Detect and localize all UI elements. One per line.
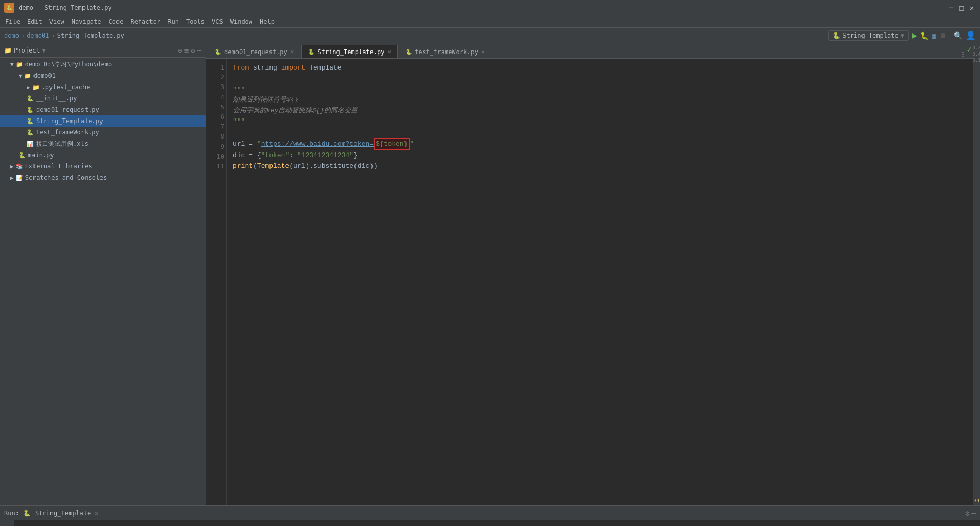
run-content: ▶ ↑ ⚙ ↓ ⏹ 📌 ⇌ 🖨 🗑 "D:\Program Files\pyth… xyxy=(0,520,980,526)
tree-item-main[interactable]: 🐍 main.py xyxy=(0,149,206,161)
expand-icon: ▼ xyxy=(10,61,14,68)
tree-item-demo01[interactable]: ▼ 📁 demo01 xyxy=(0,70,206,81)
folder-icon: 📁 xyxy=(16,61,23,68)
py-icon: 🐍 xyxy=(308,49,314,55)
lib-icon: 📚 xyxy=(16,163,23,170)
py-icon: 🐍 xyxy=(27,107,34,113)
settings-icon[interactable]: ⚙ xyxy=(191,46,195,55)
tab-close-test-framework[interactable]: ✕ xyxy=(481,48,485,55)
expand-icon: ▶ xyxy=(10,163,14,170)
tree-item-ext-libs[interactable]: ▶ 📚 External Libraries xyxy=(0,161,206,172)
window-controls: ─ □ ✕ xyxy=(947,4,976,12)
run-tab-close[interactable]: ✕ xyxy=(95,510,98,517)
tree-label-init: __init__.py xyxy=(36,95,77,102)
toolbar: demo › demo01 › String_Template.py 🐍 Str… xyxy=(0,28,980,43)
breadcrumb-demo[interactable]: demo xyxy=(4,32,19,39)
stop-button[interactable]: ⏹ xyxy=(939,31,947,40)
run-button[interactable]: ▶ xyxy=(912,30,917,40)
maximize-button[interactable]: □ xyxy=(957,4,966,12)
menu-item-navigate[interactable]: Navigate xyxy=(69,17,105,26)
menu-item-tools[interactable]: Tools xyxy=(183,17,208,26)
tree-item-demo[interactable]: ▼ 📁 demo D:\学习\Python\demo xyxy=(0,59,206,70)
menu-item-edit[interactable]: Edit xyxy=(24,17,45,26)
tree-label-demo: demo D:\学习\Python\demo xyxy=(25,60,112,69)
menu-item-view[interactable]: View xyxy=(46,17,67,26)
folder-icon: 📁 xyxy=(4,47,12,54)
project-panel-icons: ⊕ ≡ ⚙ ─ xyxy=(178,46,201,55)
tree-item-demo01-request[interactable]: 🐍 demo01_request.py xyxy=(0,104,206,115)
app-icon: 🐍 xyxy=(4,3,14,13)
tab-string-template[interactable]: 🐍 String_Template.py ✕ xyxy=(301,45,398,58)
run-config-icon: 🐍 xyxy=(833,32,840,39)
line-numbers: 1 2 3 4 5 6 7 8 9 10 11 xyxy=(206,59,227,505)
folder-icon: 📁 xyxy=(24,73,31,79)
toolbar-right: 🐍 String_Template ▼ ▶ 🐛 ▦ ⏹ 🔍 👤 xyxy=(828,30,976,41)
minimize-panel-icon[interactable]: ─ xyxy=(197,46,201,55)
expand-icon: ▶ xyxy=(10,175,14,181)
avatar[interactable]: 👤 xyxy=(966,30,976,40)
project-panel-header: 📁 Project ▼ ⊕ ≡ ⚙ ─ xyxy=(0,43,206,58)
tree-label-xls: 接口测试用例.xls xyxy=(36,140,88,148)
folder-icon: 📁 xyxy=(32,84,40,91)
scratch-icon: 📝 xyxy=(16,175,23,181)
locate-icon[interactable]: ⊕ xyxy=(178,46,182,55)
code-editor[interactable]: from string import Template """ 如果遇到特殊符号… xyxy=(227,59,973,505)
menu-item-code[interactable]: Code xyxy=(106,17,127,26)
tab-demo01-request[interactable]: 🐍 demo01_request.py ✕ xyxy=(208,45,300,58)
menu-item-file[interactable]: File xyxy=(2,17,23,26)
menu-item-run[interactable]: Run xyxy=(164,17,182,26)
tree-label-pytest-cache: .pytest_cache xyxy=(42,83,90,91)
run-settings-icon[interactable]: ⚙ xyxy=(965,509,969,517)
run-config-name: String_Template xyxy=(35,510,91,517)
tree-item-pytest-cache[interactable]: ▶ 📁 .pytest_cache xyxy=(0,81,206,93)
py-icon: 🐍 xyxy=(27,129,34,136)
py-icon: 🐍 xyxy=(19,152,26,159)
tab-bar: 🐍 demo01_request.py ✕ 🐍 String_Template.… xyxy=(206,43,973,59)
project-panel: 📁 Project ▼ ⊕ ≡ ⚙ ─ ▼ 📁 demo D:\学习\Pytho… xyxy=(0,43,206,505)
expand-icon: ▼ xyxy=(19,73,22,79)
menu-item-refactor[interactable]: Refactor xyxy=(127,17,163,26)
tree-label-main: main.py xyxy=(28,151,54,159)
breadcrumb: demo › demo01 › String_Template.py xyxy=(4,32,124,39)
menu-item-help[interactable]: Help xyxy=(257,17,278,26)
menu-item-vcs[interactable]: VCS xyxy=(209,17,226,26)
breadcrumb-demo01[interactable]: demo01 xyxy=(27,32,49,39)
menu-item-window[interactable]: Window xyxy=(227,17,256,26)
tree-item-string-template[interactable]: 🐍 String_Template.py xyxy=(0,115,206,127)
dropdown-icon: ▼ xyxy=(901,32,904,39)
tab-label-test-framework: test_frameWork.py xyxy=(415,48,478,56)
run-minimize-icon[interactable]: ─ xyxy=(972,509,976,517)
bottom-panel: Run: 🐍 String_Template ✕ ⚙ ─ ▶ ↑ ⚙ ↓ ⏹ 📌… xyxy=(0,505,980,526)
tab-close-string-template[interactable]: ✕ xyxy=(388,48,392,55)
tab-test-framework[interactable]: 🐍 test_frameWork.py ✕ xyxy=(399,45,491,58)
tab-close-demo01-request[interactable]: ✕ xyxy=(291,48,294,55)
collapse-icon[interactable]: ≡ xyxy=(184,46,189,55)
close-button[interactable]: ✕ xyxy=(968,4,976,12)
search-button[interactable]: 🔍 xyxy=(954,31,962,40)
menu-bar: FileEditViewNavigateCodeRefactorRunTools… xyxy=(0,15,980,28)
run-panel-header: Run: 🐍 String_Template ✕ ⚙ ─ xyxy=(0,506,980,520)
expand-icon: ▶ xyxy=(27,84,30,91)
tree-item-xls[interactable]: 📊 接口测试用例.xls xyxy=(0,138,206,149)
minimize-button[interactable]: ─ xyxy=(947,4,955,12)
editor-content[interactable]: 1 2 3 4 5 6 7 8 9 10 11 from string impo… xyxy=(206,59,973,505)
debug-button[interactable]: 🐛 xyxy=(920,31,929,40)
tree-item-init[interactable]: 🐍 __init__.py xyxy=(0,93,206,104)
tab-label-demo01-request: demo01_request.py xyxy=(224,48,288,56)
title-bar: 🐍 demo - String_Template.py ─ □ ✕ xyxy=(0,0,980,15)
run-config-name: String_Template xyxy=(842,32,898,39)
run-again-button[interactable]: ▶ xyxy=(2,522,12,526)
tree-label-test-framework: test_frameWork.py xyxy=(36,129,99,136)
run-configuration[interactable]: 🐍 String_Template ▼ xyxy=(828,30,909,41)
coverage-button[interactable]: ▦ xyxy=(932,31,936,40)
tree-item-scratches[interactable]: ▶ 📝 Scratches and Consoles xyxy=(0,172,206,183)
run-py-icon: 🐍 xyxy=(23,510,31,517)
xls-icon: 📊 xyxy=(27,141,34,147)
project-tree: ▼ 📁 demo D:\学习\Python\demo ▼ 📁 demo01 ▶ … xyxy=(0,58,206,505)
tree-label-string-template: String_Template.py xyxy=(36,117,103,125)
py-icon: 🐍 xyxy=(215,49,221,55)
tree-item-test-framework[interactable]: 🐍 test_frameWork.py xyxy=(0,127,206,138)
run-output: "D:\Program Files\python\python.exe" D:/… xyxy=(14,520,980,526)
editor-area: 🐍 demo01_request.py ✕ 🐍 String_Template.… xyxy=(206,43,973,505)
dropdown-icon: ▼ xyxy=(42,47,46,54)
